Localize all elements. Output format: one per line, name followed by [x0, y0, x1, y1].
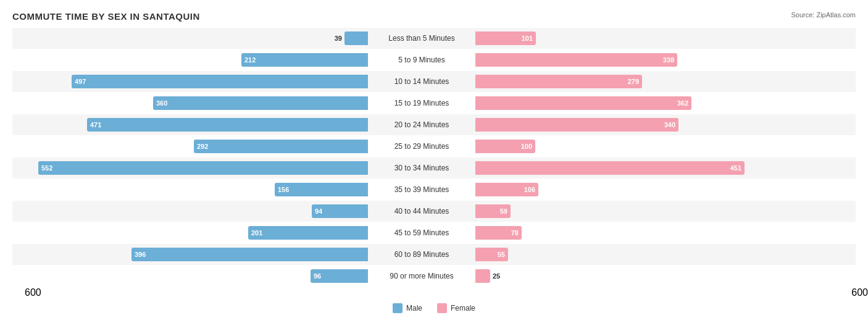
- source-text: Source: ZipAtlas.com: [791, 11, 856, 19]
- bar-row: 20145 to 59 Minutes78: [12, 222, 856, 243]
- row-label: 60 to 89 Minutes: [370, 250, 473, 259]
- female-bar-section: 25: [473, 266, 831, 287]
- female-value-label: 59: [500, 208, 507, 215]
- male-bar-section: 396: [12, 244, 370, 265]
- female-bar-section: 106: [473, 179, 831, 200]
- chart-legend: Male Female: [12, 303, 856, 313]
- male-bar: 39: [344, 31, 368, 45]
- male-bar-section: 94: [12, 201, 370, 222]
- bar-row: 9440 to 44 Minutes59: [12, 201, 856, 222]
- chart-container: COMMUTE TIME BY SEX IN SANTAQUIN Source:…: [0, 0, 868, 323]
- male-bar-section: 497: [12, 71, 370, 92]
- female-bar: 59: [475, 204, 511, 218]
- chart-area: 39Less than 5 Minutes1012125 to 9 Minute…: [12, 28, 856, 287]
- female-bar: 362: [475, 96, 691, 110]
- female-bar: 78: [475, 226, 522, 240]
- female-bar: 101: [475, 31, 536, 45]
- bar-row: 49710 to 14 Minutes279: [12, 71, 856, 92]
- male-bar: 156: [275, 183, 368, 196]
- axis-left-label: 600: [25, 287, 41, 298]
- female-value-label: 279: [628, 78, 639, 85]
- male-value-label: 96: [314, 272, 321, 280]
- female-value-label: 100: [521, 143, 532, 150]
- legend-female-label: Female: [451, 304, 475, 313]
- male-bar-section: 471: [12, 114, 370, 135]
- legend-male-box: [393, 303, 403, 313]
- female-bar-section: 55: [473, 244, 831, 265]
- row-label: 5 to 9 Minutes: [370, 56, 473, 64]
- row-label: 30 to 34 Minutes: [370, 164, 473, 172]
- female-value-label: 106: [524, 186, 535, 193]
- legend-male: Male: [393, 303, 422, 313]
- male-value-label: 156: [278, 186, 289, 193]
- female-bar: 338: [475, 53, 677, 67]
- female-bar: 25: [475, 269, 490, 283]
- row-label: Less than 5 Minutes: [370, 34, 473, 43]
- male-bar: 360: [153, 96, 368, 110]
- male-bar-section: 360: [12, 93, 370, 114]
- female-bar-section: 101: [473, 28, 831, 49]
- male-value-label: 360: [156, 99, 167, 107]
- row-label: 10 to 14 Minutes: [370, 77, 473, 86]
- row-label: 35 to 39 Minutes: [370, 185, 473, 194]
- male-bar: 94: [312, 204, 368, 218]
- female-bar-section: 338: [473, 49, 831, 70]
- female-value-label: 55: [498, 251, 505, 258]
- bar-row: 36015 to 19 Minutes362: [12, 93, 856, 114]
- axis-labels: 600 600: [12, 287, 868, 298]
- axis-right-label: 600: [851, 287, 868, 298]
- legend-female: Female: [437, 303, 475, 313]
- male-bar-section: 39: [12, 28, 370, 49]
- female-bar: 106: [475, 183, 538, 196]
- male-bar: 201: [248, 226, 368, 240]
- male-value-label: 497: [75, 78, 86, 85]
- female-bar: 279: [475, 75, 642, 88]
- female-value-label: 101: [522, 35, 533, 42]
- male-value-label: 292: [197, 143, 208, 150]
- female-bar-section: 100: [473, 136, 831, 157]
- male-bar: 96: [311, 269, 368, 283]
- female-value-label: 451: [730, 164, 741, 172]
- male-value-label: 471: [90, 121, 101, 128]
- female-value-label: 362: [677, 99, 688, 107]
- bar-row: 29225 to 29 Minutes100: [12, 136, 856, 157]
- male-bar: 212: [241, 53, 368, 67]
- female-value-label: 340: [664, 121, 675, 128]
- male-value-label: 94: [315, 208, 322, 215]
- female-bar-section: 340: [473, 114, 831, 135]
- bar-row: 9690 or more Minutes25: [12, 266, 856, 287]
- female-bar: 100: [475, 140, 535, 153]
- male-bar: 552: [38, 161, 368, 175]
- row-label: 40 to 44 Minutes: [370, 207, 473, 216]
- female-bar-section: 451: [473, 157, 831, 178]
- male-bar-section: 156: [12, 179, 370, 200]
- bar-row: 39Less than 5 Minutes101: [12, 28, 856, 49]
- male-bar-section: 212: [12, 49, 370, 70]
- female-value-label: 25: [493, 272, 500, 280]
- bar-row: 55230 to 34 Minutes451: [12, 157, 856, 178]
- female-bar-section: 279: [473, 71, 831, 92]
- row-label: 45 to 59 Minutes: [370, 229, 473, 237]
- female-bar-section: 362: [473, 93, 831, 114]
- female-value-label: 338: [663, 56, 674, 64]
- female-bar-section: 59: [473, 201, 831, 222]
- male-value-label: 552: [41, 164, 52, 172]
- row-label: 15 to 19 Minutes: [370, 99, 473, 107]
- chart-title: COMMUTE TIME BY SEX IN SANTAQUIN: [12, 11, 856, 22]
- bar-row: 15635 to 39 Minutes106: [12, 179, 856, 200]
- male-bar-section: 201: [12, 222, 370, 243]
- male-value-label: 212: [244, 56, 256, 64]
- legend-female-box: [437, 303, 447, 313]
- male-bar: 497: [72, 75, 368, 88]
- row-label: 25 to 29 Minutes: [370, 142, 473, 151]
- male-value-label: 39: [335, 35, 342, 42]
- male-value-label: 201: [251, 229, 262, 237]
- bar-row: 47120 to 24 Minutes340: [12, 114, 856, 135]
- female-bar: 340: [475, 118, 678, 132]
- female-value-label: 78: [511, 229, 519, 237]
- male-bar-section: 552: [12, 157, 370, 178]
- female-bar: 55: [475, 248, 508, 261]
- male-value-label: 396: [135, 251, 146, 258]
- row-label: 20 to 24 Minutes: [370, 120, 473, 129]
- bar-row: 39660 to 89 Minutes55: [12, 244, 856, 265]
